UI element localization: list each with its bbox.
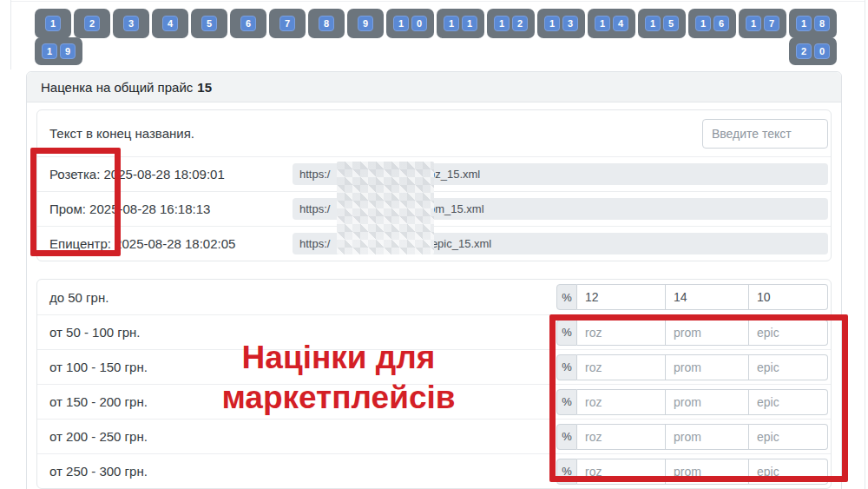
digit-badge: 1 <box>645 16 661 31</box>
digit-badge: 2 <box>84 16 100 31</box>
feed-row-prom: Пром: 2025-08-28 16:18:13 https:/ prom_1… <box>37 191 831 226</box>
tab-page-14[interactable]: 14 <box>588 9 635 38</box>
price-range-label: от 250 - 300 грн. <box>37 464 148 479</box>
price-list-pagination: 1 2 3 4 5 6 7 8 9 10 11 12 13 14 15 16 1… <box>35 9 837 65</box>
name-suffix-row: Текст в конец названия. <box>37 110 831 156</box>
digit-badge: 1 <box>393 16 409 31</box>
digit-badge: 1 <box>695 16 711 31</box>
url-prefix: https:/ <box>299 202 330 215</box>
card-header: Наценка на общий прайс 15 <box>27 72 841 102</box>
tab-page-19[interactable]: 19 <box>35 37 82 65</box>
digit-badge: 4 <box>613 16 628 31</box>
digit-badge: 9 <box>358 16 373 31</box>
price-range-label: от 200 - 250 грн. <box>37 429 148 444</box>
page-frame-left-line <box>10 0 11 69</box>
digit-badge: 4 <box>162 16 178 31</box>
page-frame-top-line <box>10 1 865 2</box>
tab-page-6[interactable]: 6 <box>230 9 266 38</box>
name-suffix-label: Текст в конец названия. <box>37 126 194 141</box>
tab-page-2[interactable]: 2 <box>74 9 110 38</box>
censor-blur-block <box>337 162 434 254</box>
annotation-text-line2: маркетплейсів <box>193 378 484 418</box>
annotation-text-line1: Націнки для <box>193 338 484 378</box>
tab-page-16[interactable]: 16 <box>688 9 736 38</box>
tab-page-12[interactable]: 12 <box>487 9 535 38</box>
digit-badge: 2 <box>796 43 812 59</box>
tab-page-9[interactable]: 9 <box>347 9 384 38</box>
epic-markup-input[interactable] <box>749 284 828 310</box>
tab-page-15[interactable]: 15 <box>638 9 686 38</box>
tab-page-4[interactable]: 4 <box>152 9 188 38</box>
price-range-label: от 100 - 150 грн. <box>37 360 148 374</box>
feed-row-epicentr: Епицентр: 2025-08-28 18:02:05 https:/ 5_… <box>37 226 831 261</box>
tab-page-10[interactable]: 10 <box>386 9 434 38</box>
digit-badge: 0 <box>411 16 427 31</box>
percent-addon: % <box>556 284 577 310</box>
digit-badge: 1 <box>595 16 610 31</box>
tab-page-13[interactable]: 13 <box>537 9 585 38</box>
digit-badge: 8 <box>814 16 830 31</box>
digit-badge: 2 <box>512 16 528 31</box>
digit-badge: 9 <box>60 43 76 59</box>
tab-page-20[interactable]: 20 <box>789 37 837 65</box>
digit-badge: 6 <box>240 16 256 31</box>
digit-badge: 3 <box>562 16 578 31</box>
digit-badge: 1 <box>45 16 61 31</box>
pagination-row-1: 1 2 3 4 5 6 7 8 9 10 11 12 13 14 15 16 1… <box>35 9 837 38</box>
tab-page-18[interactable]: 18 <box>789 9 837 38</box>
digit-badge: 5 <box>663 16 679 31</box>
tab-page-3[interactable]: 3 <box>113 9 149 38</box>
digit-badge: 1 <box>494 16 510 31</box>
tab-page-5[interactable]: 5 <box>191 9 227 38</box>
price-list-number: 15 <box>197 80 212 95</box>
page-frame-right-line <box>865 0 865 489</box>
price-range-label: от 150 - 200 грн. <box>37 394 148 409</box>
price-range-label: от 50 - 100 грн. <box>37 325 141 340</box>
roz-markup-input[interactable] <box>577 284 666 310</box>
pagination-row-2: 19 20 <box>35 37 837 65</box>
markup-input-group: % <box>556 284 828 310</box>
digit-badge: 1 <box>746 16 761 31</box>
digit-badge: 1 <box>444 16 459 31</box>
tab-page-17[interactable]: 17 <box>739 9 786 38</box>
digit-badge: 1 <box>796 16 812 31</box>
prom-markup-input[interactable] <box>666 284 749 310</box>
annotation-rect-dates <box>30 148 121 256</box>
digit-badge: 1 <box>544 16 560 31</box>
digit-badge: 3 <box>123 16 139 31</box>
tab-page-8[interactable]: 8 <box>308 9 345 38</box>
annotation-rect-markups <box>549 314 848 482</box>
digit-badge: 1 <box>462 16 477 31</box>
card-title: Наценка на общий прайс <box>41 80 193 95</box>
digit-badge: 0 <box>814 43 830 59</box>
price-range-row-0-50: до 50 грн. % <box>37 280 831 314</box>
name-suffix-input[interactable] <box>702 119 828 149</box>
feed-row-rozetka: Розетка: 2025-08-28 18:09:01 https:/ _ro… <box>37 156 831 191</box>
digit-badge: 1 <box>42 43 57 59</box>
digit-badge: 5 <box>201 16 217 31</box>
tab-page-1[interactable]: 1 <box>35 9 71 38</box>
price-range-label: до 50 грн. <box>37 290 108 305</box>
annotation-text: Націнки для маркетплейсів <box>193 338 484 418</box>
digit-badge: 6 <box>713 16 729 31</box>
digit-badge: 7 <box>279 16 295 31</box>
digit-badge: 8 <box>319 16 334 31</box>
url-prefix: https:/ <box>299 168 330 181</box>
url-prefix: https:/ <box>299 237 330 250</box>
tab-page-7[interactable]: 7 <box>269 9 306 38</box>
digit-badge: 7 <box>764 16 779 31</box>
feed-settings-list: Текст в конец названия. Розетка: 2025-08… <box>36 109 832 261</box>
tab-page-11[interactable]: 11 <box>437 9 484 38</box>
